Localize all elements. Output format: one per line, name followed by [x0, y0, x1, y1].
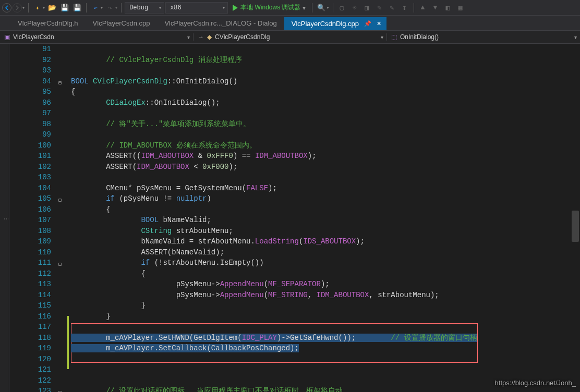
vertical-scrollbar[interactable]: [572, 211, 579, 242]
t: strAboutMenu;: [172, 227, 233, 235]
fold-icon[interactable]: ⊟: [58, 260, 62, 271]
nav-class-label: CVlcPlayerCsdnDlg: [215, 33, 270, 41]
pin-icon[interactable]: 📌: [364, 20, 371, 27]
line-number: 119: [9, 343, 51, 354]
platform-dropdown[interactable]: x86: [165, 2, 228, 14]
t: )->GetSafeHwnd());: [277, 334, 356, 342]
fold-icon[interactable]: ⊟: [58, 388, 62, 392]
t: {: [71, 205, 111, 214]
t: m_cAVPlayer.SetCallback(CallbackPosChang…: [71, 344, 299, 352]
open-icon[interactable]: 📂: [46, 2, 58, 14]
tab-dlg-h[interactable]: VlcPlayerCsdnDlg.h: [10, 16, 86, 30]
m: IDM_ABOUTBOX: [137, 163, 189, 171]
t: bNameValid;: [159, 216, 211, 224]
line-number: 102: [9, 162, 51, 173]
tab-dlg-cpp[interactable]: VlcPlayerCsdnDlg.cpp 📌 ✕: [284, 17, 386, 30]
tab-label: VlcPlayerCsdnDlg.h: [18, 19, 78, 27]
line-number: 123: [9, 386, 51, 392]
line-number: 121: [9, 364, 51, 375]
tool-icon[interactable]: ▲: [417, 2, 429, 14]
tool-icon[interactable]: ↧: [399, 2, 410, 14]
t: ASSERT(bNameValid);: [71, 248, 224, 256]
redo-icon[interactable]: ↷: [104, 2, 116, 14]
txt: ::OnInitDialog(): [167, 77, 237, 85]
t: pSysMenu->: [71, 280, 220, 288]
k: nullptr: [176, 194, 207, 203]
find-icon[interactable]: 🔍: [316, 2, 327, 14]
separator: [86, 3, 87, 13]
save-all-icon[interactable]: 💾: [71, 2, 83, 14]
line-number-gutter: 9192939495969798991001011021031041051061…: [9, 44, 58, 392]
k: BOOL: [141, 216, 159, 224]
t: ASSERT((: [71, 152, 141, 160]
t: <: [189, 163, 202, 171]
m: MF_SEPARATOR: [268, 280, 321, 288]
t: (pSysMenu !=: [115, 194, 176, 203]
tab-csdn-cpp[interactable]: VlcPlayerCsdn.cpp: [86, 16, 158, 30]
t: {: [71, 270, 146, 278]
line-number: 112: [9, 268, 51, 279]
line-number: 94: [9, 76, 51, 87]
tool-icon[interactable]: ✎: [386, 2, 398, 14]
m: IDM_ABOUTBOX: [317, 291, 369, 299]
tool-icon[interactable]: ✎: [374, 2, 385, 14]
tab-label: VlcPlayerCsdn.rc..._DIALOG - Dialog: [164, 19, 276, 27]
fold-icon[interactable]: ⊟: [58, 78, 62, 89]
t: [71, 259, 141, 267]
nav-class-dropdown[interactable]: → ◆ CVlcPlayerCsdnDlg: [193, 33, 386, 41]
undo-icon[interactable]: ↶: [90, 2, 101, 14]
t: ) ==: [233, 152, 255, 160]
tool-icon[interactable]: ⟐: [349, 2, 360, 14]
code-editor[interactable]: 9192939495969798991001011021031041051061…: [9, 44, 580, 392]
line-number: 104: [9, 183, 51, 194]
t: (!strAboutMenu.IsEmpty()): [150, 259, 263, 267]
m: IDS_ABOUTBOX: [303, 237, 356, 246]
project-icon: ▣: [4, 33, 10, 41]
t: m_cAVPlayer.SetHWND(GetDlgItem(: [71, 334, 242, 342]
line-number: 113: [9, 279, 51, 290]
tab-dialog[interactable]: VlcPlayerCsdn.rc..._DIALOG - Dialog: [157, 16, 284, 30]
nav-scope-dropdown[interactable]: ▣ VlcPlayerCsdn: [0, 33, 193, 41]
k: if: [106, 194, 115, 203]
tool-icon[interactable]: ◨: [361, 2, 373, 14]
save-icon[interactable]: 💾: [59, 2, 70, 14]
nav-back-icon[interactable]: [2, 3, 11, 13]
box-icon[interactable]: ▢: [336, 2, 348, 14]
code-area[interactable]: // CVlcPlayerCsdnDlg 消息处理程序 BOOL CVlcPla…: [71, 44, 580, 392]
t: pSysMenu->: [71, 291, 220, 299]
fold-icon[interactable]: ⊟: [58, 195, 62, 206]
tool-icon[interactable]: ◧: [442, 2, 454, 14]
t: );: [356, 237, 365, 246]
txt: ::OnInitDialog();: [146, 99, 220, 107]
comment: // IDM_ABOUTBOX 必须在系统命令范围内。: [71, 141, 257, 150]
m: IDC_PLAY: [242, 334, 277, 342]
nav-member-label: OnInitDialog(): [400, 33, 439, 41]
separator: [312, 3, 312, 13]
new-item-icon[interactable]: ✦: [32, 2, 43, 14]
line-number: 108: [9, 226, 51, 237]
run-button[interactable]: 本地 Windows 调试器 ▾: [229, 3, 309, 12]
t: (: [264, 291, 268, 299]
nav-forward-icon[interactable]: [13, 3, 22, 13]
m: MF_STRING: [268, 291, 308, 299]
close-icon[interactable]: ✕: [377, 20, 381, 27]
t: bNameValid = strAboutMenu.: [71, 237, 255, 246]
t: ASSERT(: [71, 163, 137, 171]
t: [71, 194, 106, 203]
tool-icon[interactable]: ▼: [430, 2, 441, 14]
t: ): [207, 194, 211, 203]
line-number: 95: [9, 87, 51, 97]
play-icon: [232, 5, 238, 11]
nav-scope-label: VlcPlayerCsdn: [13, 33, 54, 41]
nav-member-dropdown[interactable]: ⬚ OnInitDialog(): [386, 33, 580, 41]
line-number: 105: [9, 193, 51, 204]
t: }: [71, 312, 111, 321]
m: AppendMenu: [220, 280, 264, 288]
class-icon: ◆: [207, 33, 212, 41]
line-number: 92: [9, 55, 51, 66]
tool-icon[interactable]: ▦: [455, 2, 466, 14]
side-strip[interactable]: ⋮: [0, 44, 9, 392]
config-dropdown[interactable]: Debug: [125, 2, 164, 14]
line-number: 106: [9, 204, 51, 215]
m: FALSE: [246, 184, 268, 192]
